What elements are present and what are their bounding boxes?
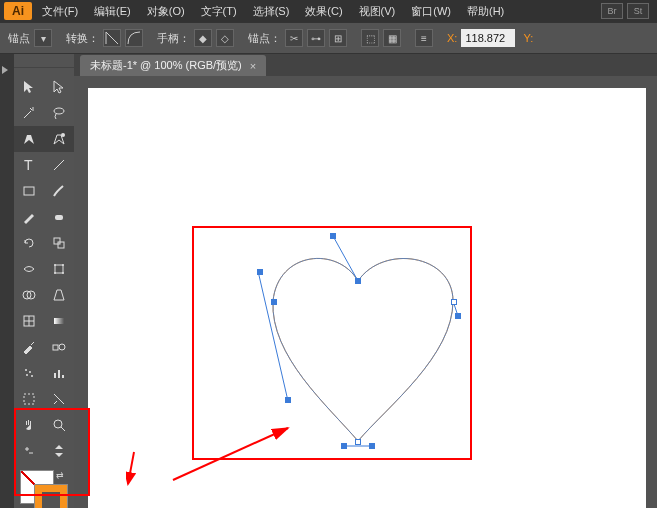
anchor-point[interactable] (355, 278, 361, 284)
magic-wand-tool[interactable] (14, 100, 44, 126)
handle-point[interactable] (369, 443, 375, 449)
svg-rect-27 (62, 375, 64, 378)
svg-point-1 (61, 133, 65, 137)
isolate-icon[interactable]: ⬚ (361, 29, 379, 47)
menu-select[interactable]: 选择(S) (253, 4, 290, 19)
svg-point-11 (54, 272, 56, 274)
isolate-section: ⬚ ▦ (361, 29, 401, 47)
convert-section: 转换： (66, 29, 143, 47)
handle-point[interactable] (455, 313, 461, 319)
x-value[interactable]: 118.872 (461, 29, 515, 47)
blend-tool[interactable] (44, 334, 74, 360)
lasso-tool[interactable] (44, 100, 74, 126)
anchor-remove-icon[interactable]: ✂ (285, 29, 303, 47)
anchor-label: 锚点 (8, 31, 30, 46)
svg-point-9 (54, 264, 56, 266)
align-icon[interactable]: ≡ (415, 29, 433, 47)
menu-effect[interactable]: 效果(C) (305, 4, 342, 19)
anchor-connect-icon[interactable]: ⊶ (307, 29, 325, 47)
menu-edit[interactable]: 编辑(E) (94, 4, 131, 19)
artboard-tool[interactable] (14, 386, 44, 412)
isolate2-icon[interactable]: ▦ (383, 29, 401, 47)
zoom-tool[interactable] (44, 412, 74, 438)
toggle-fill-stroke-tool[interactable] (14, 438, 44, 464)
direct-select-tool[interactable] (44, 74, 74, 100)
menu-type[interactable]: 文字(T) (201, 4, 237, 19)
type-tool[interactable]: T (14, 152, 44, 178)
svg-line-30 (61, 427, 65, 431)
gradient-tool[interactable] (44, 308, 74, 334)
svg-line-31 (333, 236, 358, 281)
perspective-tool[interactable] (44, 282, 74, 308)
tools-grip[interactable] (14, 54, 74, 68)
coord-section: X: 118.872 Y: (447, 29, 533, 47)
menu-window[interactable]: 窗口(W) (411, 4, 451, 19)
svg-point-22 (29, 371, 31, 373)
stroke-color-well[interactable] (34, 484, 68, 508)
selection-tool[interactable] (14, 74, 44, 100)
svg-line-3 (54, 160, 64, 170)
cycle-tool[interactable] (44, 438, 74, 464)
anchor-point[interactable] (355, 439, 361, 445)
handle-hide-icon[interactable]: ◇ (216, 29, 234, 47)
menu-object[interactable]: 对象(O) (147, 4, 185, 19)
align-section: ≡ (415, 29, 433, 47)
dropdown-icon[interactable]: ▾ (34, 29, 52, 47)
handle-point[interactable] (257, 269, 263, 275)
handle-label: 手柄： (157, 31, 190, 46)
scale-tool[interactable] (44, 230, 74, 256)
tools-panel: T ⇄ (14, 54, 74, 508)
anchor-align-icon[interactable]: ⊞ (329, 29, 347, 47)
canvas-area[interactable] (74, 76, 657, 508)
menu-file[interactable]: 文件(F) (42, 4, 78, 19)
y-label: Y: (523, 32, 533, 44)
svg-line-36 (128, 452, 134, 484)
svg-point-20 (59, 344, 65, 350)
handle-section: 手柄： ◆ ◇ (157, 29, 234, 47)
anchor2-label: 锚点： (248, 31, 281, 46)
width-tool[interactable] (14, 256, 44, 282)
tab-title: 未标题-1* @ 100% (RGB/预览) (90, 58, 242, 73)
svg-point-24 (31, 375, 33, 377)
handle-show-icon[interactable]: ◆ (194, 29, 212, 47)
svg-point-0 (54, 108, 64, 114)
paintbrush-tool[interactable] (44, 178, 74, 204)
symbol-sprayer-tool[interactable] (14, 360, 44, 386)
anchor-section: 锚点 ▾ (8, 29, 52, 47)
free-transform-tool[interactable] (44, 256, 74, 282)
rectangle-tool[interactable] (14, 178, 44, 204)
bridge-button[interactable]: Br (601, 3, 623, 19)
tab-close-icon[interactable]: × (250, 60, 256, 72)
anchor-point[interactable] (451, 299, 457, 305)
handle-point[interactable] (285, 397, 291, 403)
menu-view[interactable]: 视图(V) (359, 4, 396, 19)
hand-tool[interactable] (14, 412, 44, 438)
pen-tool[interactable] (14, 126, 44, 152)
convert-label: 转换： (66, 31, 99, 46)
expand-arrow-icon (2, 66, 8, 74)
svg-rect-28 (24, 394, 34, 404)
shape-builder-tool[interactable] (14, 282, 44, 308)
eraser-tool[interactable] (44, 204, 74, 230)
menu-help[interactable]: 帮助(H) (467, 4, 504, 19)
line-tool[interactable] (44, 152, 74, 178)
rotate-tool[interactable] (14, 230, 44, 256)
convert-corner-icon[interactable] (103, 29, 121, 47)
anchor-point[interactable] (271, 299, 277, 305)
svg-point-23 (26, 374, 28, 376)
column-graph-tool[interactable] (44, 360, 74, 386)
x-label: X: (447, 32, 457, 44)
mesh-tool[interactable] (14, 308, 44, 334)
swap-colors-icon[interactable]: ⇄ (56, 470, 64, 480)
document-tab[interactable]: 未标题-1* @ 100% (RGB/预览) × (80, 55, 266, 76)
stock-button[interactable]: St (627, 3, 649, 19)
eyedropper-tool[interactable] (14, 334, 44, 360)
handle-point[interactable] (341, 443, 347, 449)
convert-smooth-icon[interactable] (125, 29, 143, 47)
slice-tool[interactable] (44, 386, 74, 412)
panel-collapse-strip[interactable] (0, 54, 14, 508)
curvature-tool[interactable] (44, 126, 74, 152)
handle-point[interactable] (330, 233, 336, 239)
pencil-tool[interactable] (14, 204, 44, 230)
svg-point-29 (54, 420, 62, 428)
